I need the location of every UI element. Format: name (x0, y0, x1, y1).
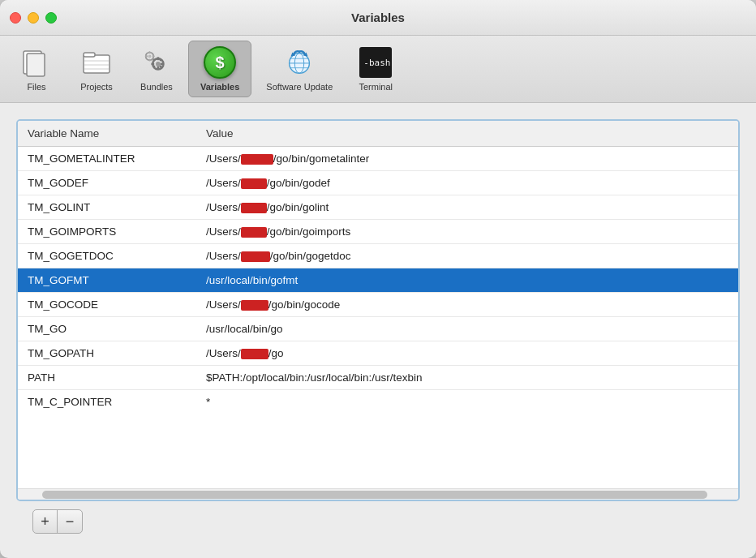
table-row[interactable]: PATH $PATH:/opt/local/bin:/usr/local/bin… (18, 366, 738, 390)
table-row[interactable]: TM_GO /usr/local/bin/go (18, 317, 738, 341)
table-row[interactable]: TM_GOPATH /Users/xxx/go (18, 341, 738, 366)
bundles-label: Bundles (140, 82, 173, 92)
svg-rect-9 (157, 57, 159, 60)
redacted-text: xxx (241, 154, 273, 165)
svg-rect-12 (161, 62, 164, 65)
toolbar: Files Projects (0, 36, 756, 103)
toolbar-item-variables[interactable]: $ Variables (188, 41, 251, 97)
add-variable-button[interactable]: + (33, 510, 58, 533)
maximize-button[interactable] (45, 12, 57, 24)
var-value: /Users/xxx/go/bin/golint (196, 195, 738, 220)
svg-rect-10 (157, 67, 159, 70)
var-name: TM_GOGETDOC (18, 244, 196, 268)
svg-rect-1 (27, 54, 45, 76)
redacted-text: xxx (241, 203, 267, 213)
terminal-label: Terminal (359, 82, 393, 92)
files-label: Files (27, 82, 45, 92)
var-name: TM_GOFMT (18, 268, 196, 293)
variables-label: Variables (200, 82, 239, 92)
software-update-label: Software Update (266, 82, 333, 92)
var-name: TM_GOLINT (18, 195, 196, 220)
variables-icon: $ (204, 46, 236, 79)
variables-table-container: Variable Name Value TM_GOMETALINTER /Use… (16, 119, 740, 501)
main-content: Variable Name Value TM_GOMETALINTER /Use… (0, 103, 756, 558)
redacted-text: xxx (241, 300, 268, 311)
bundles-icon (140, 46, 173, 79)
variables-table: Variable Name Value TM_GOMETALINTER /Use… (18, 121, 738, 414)
svg-rect-11 (151, 62, 154, 65)
var-name: PATH (18, 366, 196, 390)
svg-rect-19 (148, 51, 150, 54)
remove-variable-button[interactable]: − (58, 510, 82, 533)
software-update-icon (283, 46, 316, 79)
svg-rect-20 (148, 59, 150, 62)
redacted-text: xxx (241, 349, 268, 359)
var-value: /Users/xxx/go/bin/gogetdoc (196, 244, 738, 268)
svg-rect-3 (84, 53, 95, 57)
var-name: TM_GOIMPORTS (18, 220, 196, 244)
close-button[interactable] (10, 12, 21, 24)
files-icon (20, 46, 53, 79)
var-name: TM_GOCODE (18, 293, 196, 317)
svg-rect-21 (145, 55, 148, 57)
scrollbar-thumb (42, 491, 707, 499)
table-scroll-area[interactable]: Variable Name Value TM_GOMETALINTER /Use… (18, 121, 738, 488)
var-value: /Users/xxx/go (196, 341, 738, 366)
redacted-text: xxx (241, 178, 267, 189)
var-value: /Users/xxx/go/bin/godef (196, 171, 738, 195)
toolbar-item-software-update[interactable]: Software Update (255, 41, 344, 97)
window-controls (10, 12, 57, 24)
svg-point-8 (156, 62, 161, 67)
table-row[interactable]: TM_GOCODE /Users/xxx/go/bin/gocode (18, 293, 738, 317)
svg-point-18 (148, 55, 152, 58)
table-row[interactable]: TM_C_POINTER * (18, 390, 738, 414)
var-name: TM_GO (18, 317, 196, 341)
table-row[interactable]: TM_GOIMPORTS /Users/xxx/go/bin/goimports (18, 220, 738, 244)
toolbar-item-terminal[interactable]: -bash Terminal (347, 41, 404, 97)
var-value: /Users/xxx/go/bin/gocode (196, 293, 738, 317)
horizontal-scrollbar[interactable] (18, 488, 738, 500)
toolbar-item-bundles[interactable]: Bundles (128, 41, 185, 97)
var-value: /usr/local/bin/gofmt (196, 268, 738, 293)
var-value: * (196, 390, 738, 414)
window-title: Variables (351, 11, 405, 24)
terminal-icon: -bash (359, 46, 392, 79)
table-row[interactable]: TM_GOLINT /Users/xxx/go/bin/golint (18, 195, 738, 220)
title-bar: Variables (0, 0, 756, 36)
svg-rect-22 (152, 55, 155, 57)
var-value: /Users/xxx/go/bin/gometalinter (196, 147, 738, 171)
col-header-name: Variable Name (18, 121, 196, 147)
redacted-text: xxx (241, 251, 270, 262)
table-row-selected[interactable]: TM_GOFMT /usr/local/bin/gofmt (18, 268, 738, 293)
table-row[interactable]: TM_GOGETDOC /Users/xxx/go/bin/gogetdoc (18, 244, 738, 268)
projects-label: Projects (80, 82, 113, 92)
minimize-button[interactable] (28, 12, 39, 24)
app-window: Variables Files (0, 0, 756, 558)
var-value: /Users/xxx/go/bin/goimports (196, 220, 738, 244)
svg-rect-2 (84, 55, 110, 73)
col-header-value: Value (196, 121, 738, 147)
table-row[interactable]: TM_GOMETALINTER /Users/xxx/go/bin/gometa… (18, 147, 738, 171)
table-row[interactable]: TM_GODEF /Users/xxx/go/bin/godef (18, 171, 738, 195)
toolbar-item-files[interactable]: Files (8, 41, 65, 97)
var-value: $PATH:/opt/local/bin:/usr/local/bin:/usr… (196, 366, 738, 390)
projects-icon (80, 46, 113, 79)
var-name: TM_GODEF (18, 171, 196, 195)
toolbar-item-projects[interactable]: Projects (68, 41, 125, 97)
redacted-text: xxx (241, 227, 267, 238)
var-name: TM_C_POINTER (18, 390, 196, 414)
add-remove-group: + − (32, 509, 83, 534)
var-name: TM_GOPATH (18, 341, 196, 366)
var-name: TM_GOMETALINTER (18, 147, 196, 171)
var-value: /usr/local/bin/go (196, 317, 738, 341)
bottom-bar: + − (16, 501, 740, 542)
